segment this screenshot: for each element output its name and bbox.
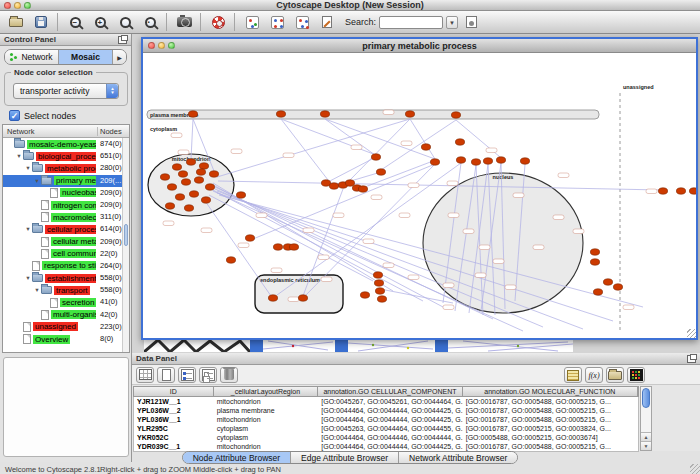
zoom-selected-button[interactable] bbox=[115, 13, 135, 31]
background-window-sliver[interactable] bbox=[144, 339, 250, 352]
table-cell[interactable]: plasma membrane bbox=[214, 406, 319, 415]
network-node[interactable] bbox=[189, 191, 198, 197]
table-cell[interactable]: [GO:0016787, GO:0005488, GO:0005215, G..… bbox=[463, 415, 638, 424]
table-row-ylr295c[interactable]: YLR295Ccytoplasm[GO:0045263, GO:0044464,… bbox=[134, 424, 638, 433]
tree-row-mosaic-demo-yeast[interactable]: mosaic-demo-yeast874(0) bbox=[3, 138, 129, 150]
network-node[interactable] bbox=[160, 174, 169, 180]
search-input[interactable] bbox=[379, 16, 443, 29]
table-cell[interactable]: cytoplasm bbox=[214, 433, 319, 442]
tab-mosaic[interactable]: Mosaic bbox=[59, 50, 113, 64]
zoom-out-button[interactable] bbox=[65, 13, 85, 31]
network-node[interactable] bbox=[405, 111, 414, 117]
column-header-cellular-component[interactable]: annotation.GO CELLULAR_COMPONENT bbox=[318, 387, 462, 396]
network-node[interactable] bbox=[329, 183, 338, 189]
attribute-matrix-button[interactable] bbox=[627, 367, 645, 383]
network-node[interactable] bbox=[373, 272, 382, 278]
tree-row-nitrogen-compo[interactable]: nitrogen compo209(0) bbox=[3, 199, 129, 211]
network-node[interactable] bbox=[676, 188, 685, 194]
column-header-region[interactable]: _cellularLayoutRegion bbox=[214, 387, 319, 396]
network-node[interactable] bbox=[371, 154, 380, 160]
select-nodes-checkbox[interactable]: ✓ bbox=[9, 110, 20, 121]
tree-row-overview[interactable]: Overview8(0) bbox=[3, 333, 129, 345]
table-cell[interactable]: [GO:0016787, GO:0005488, GO:0005215, G..… bbox=[463, 442, 638, 451]
network-edge[interactable] bbox=[209, 195, 373, 281]
search-config-button[interactable] bbox=[461, 13, 481, 31]
frame-zoom-button[interactable] bbox=[168, 42, 175, 49]
network-node[interactable] bbox=[593, 289, 602, 295]
network-node[interactable] bbox=[175, 194, 184, 200]
table-cell[interactable]: [GO:0016787, GO:0005488, GO:0005215, G..… bbox=[463, 406, 638, 415]
network-node[interactable] bbox=[165, 203, 174, 209]
network-node[interactable] bbox=[590, 259, 599, 265]
tree-row-multi-organism-pro[interactable]: multi-organism pro42(0) bbox=[3, 309, 129, 321]
network-node[interactable] bbox=[520, 158, 529, 164]
import-attributes-button[interactable] bbox=[606, 367, 624, 383]
network-edge[interactable] bbox=[218, 181, 661, 190]
network-edge[interactable] bbox=[191, 119, 193, 159]
tree-row-macromolecule[interactable]: macromolecule311(0) bbox=[3, 211, 129, 223]
table-row-yjr121w-1[interactable]: YJR121W__1mitochondrion[GO:0045267, GO:0… bbox=[134, 397, 638, 406]
table-cell[interactable]: YPL036W__2 bbox=[134, 406, 214, 415]
tree-scrollbar[interactable] bbox=[122, 138, 129, 352]
network-node[interactable] bbox=[268, 295, 277, 301]
network-node[interactable] bbox=[689, 188, 696, 194]
network-node[interactable] bbox=[178, 171, 187, 177]
tree-row-cellular-metabol[interactable]: cellular metabol209(0) bbox=[3, 236, 129, 248]
network-node[interactable] bbox=[590, 249, 599, 255]
tree-row-response-to-stimulu[interactable]: response to stimulu264(0) bbox=[3, 260, 129, 272]
tree-row-unassigned[interactable]: unassigned223(0) bbox=[3, 321, 129, 333]
save-button[interactable] bbox=[31, 13, 51, 31]
expand-triangle-icon[interactable]: ▼ bbox=[33, 178, 41, 184]
network-view-window[interactable]: primary metabolic process plasma membran… bbox=[141, 37, 698, 340]
network-node[interactable] bbox=[374, 280, 383, 286]
network-node[interactable] bbox=[345, 180, 354, 186]
zoom-fit-button[interactable] bbox=[140, 13, 160, 31]
network-node[interactable] bbox=[186, 159, 195, 165]
table-cell[interactable]: [GO:0016787, GO:0005488, GO:0005215, G..… bbox=[463, 397, 638, 406]
delete-attribute-button[interactable] bbox=[220, 367, 238, 383]
attribute-list-button[interactable] bbox=[564, 367, 582, 383]
network-node[interactable] bbox=[451, 112, 460, 118]
tree-row-cellular-process[interactable]: ▼cellular process614(0) bbox=[3, 223, 129, 235]
tree-scrollbar-thumb[interactable] bbox=[124, 224, 128, 246]
network-edge[interactable] bbox=[381, 120, 456, 170]
float-panel-icon[interactable] bbox=[687, 355, 696, 363]
network-edge[interactable] bbox=[410, 119, 435, 159]
network-node[interactable] bbox=[226, 257, 235, 263]
network-view-titlebar[interactable]: primary metabolic process bbox=[143, 39, 696, 53]
network-node[interactable] bbox=[421, 144, 430, 150]
table-cell[interactable]: YDR039C__1 bbox=[134, 442, 214, 451]
network-edge[interactable] bbox=[325, 119, 435, 159]
column-header-molecular-function[interactable]: annotation.GO MOLECULAR_FUNCTION bbox=[463, 387, 638, 396]
float-panel-icon[interactable] bbox=[118, 36, 127, 44]
network-node[interactable] bbox=[236, 192, 245, 198]
table-cell[interactable]: [GO:0045267, GO:0045261, GO:0044464, G..… bbox=[318, 397, 462, 406]
network-node[interactable] bbox=[456, 157, 465, 163]
table-scrollbar-thumb[interactable] bbox=[642, 388, 650, 408]
table-cell[interactable]: [GO:0044464, GO:0044444, GO:0044425, G..… bbox=[318, 442, 462, 451]
network-node[interactable] bbox=[360, 292, 369, 298]
layout-grid-button[interactable] bbox=[267, 13, 287, 31]
snapshot-button[interactable] bbox=[174, 13, 194, 31]
search-dropdown-button[interactable]: ▼ bbox=[446, 16, 458, 29]
table-cell[interactable]: cytoplasm bbox=[214, 424, 319, 433]
tab-node-attribute-browser[interactable]: Node Attribute Browser bbox=[183, 452, 291, 463]
attribute-table-header[interactable]: ID _cellularLayoutRegion annotation.GO C… bbox=[133, 386, 639, 397]
window-titlebar[interactable]: Cytoscape Desktop (New Session) bbox=[0, 0, 700, 11]
network-node[interactable] bbox=[377, 296, 386, 302]
table-cell[interactable]: [GO:0045263, GO:0044464, GO:0044455, G..… bbox=[318, 424, 462, 433]
tree-row-primary-metabo[interactable]: ▼primary metabo209(... bbox=[3, 175, 129, 187]
help-button[interactable] bbox=[208, 13, 228, 31]
table-cell[interactable]: [GO:0044464, GO:0044444, GO:0044425, G..… bbox=[318, 406, 462, 415]
vizmapper-button[interactable] bbox=[242, 13, 262, 31]
network-node[interactable] bbox=[320, 111, 329, 117]
unselect-attributes-button[interactable] bbox=[199, 367, 217, 383]
network-node[interactable] bbox=[376, 169, 385, 175]
background-window-sliver[interactable] bbox=[348, 339, 435, 352]
expand-triangle-icon[interactable]: ▼ bbox=[24, 275, 32, 281]
network-node[interactable] bbox=[496, 157, 505, 163]
layout-spring-button[interactable] bbox=[292, 13, 312, 31]
table-cell[interactable]: YPL036W__1 bbox=[134, 415, 214, 424]
formula-builder-button[interactable]: f(x) bbox=[585, 367, 603, 383]
background-window-sliver[interactable] bbox=[448, 339, 573, 352]
